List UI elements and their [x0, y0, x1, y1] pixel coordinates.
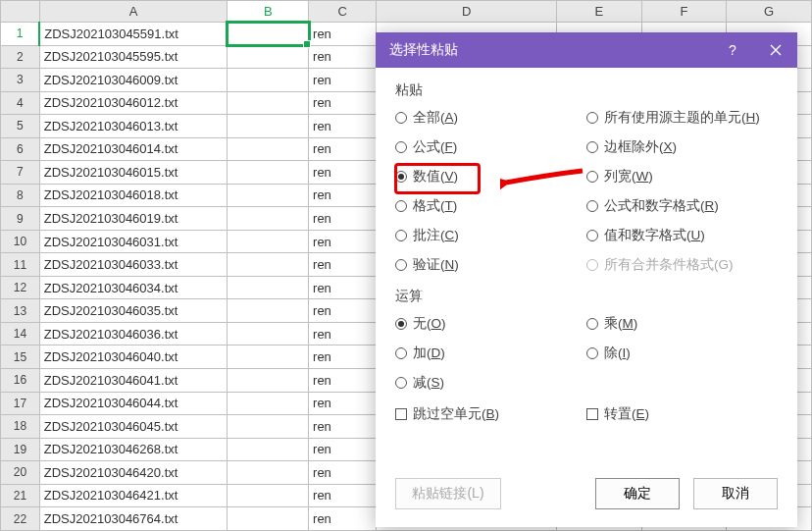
cell-C13[interactable]: ren — [309, 299, 377, 323]
cell-B16[interactable] — [228, 368, 309, 392]
row-header-6[interactable]: 6 — [1, 137, 40, 161]
radio-values-number[interactable]: 值和数字格式(U) — [586, 227, 778, 244]
cell-C18[interactable]: ren — [309, 415, 377, 439]
cell-B12[interactable] — [228, 276, 309, 299]
cell-A13[interactable]: ZDSJ202103046035.txt — [39, 299, 228, 323]
cell-C12[interactable]: ren — [309, 276, 377, 299]
cell-A10[interactable]: ZDSJ202103046031.txt — [39, 230, 228, 253]
row-header-1[interactable]: 1 — [1, 23, 40, 46]
help-button[interactable]: ? — [711, 32, 754, 68]
cell-A18[interactable]: ZDSJ202103046045.txt — [39, 415, 228, 439]
select-all-corner[interactable] — [1, 1, 40, 23]
cell-C20[interactable]: ren — [309, 461, 377, 485]
cell-A9[interactable]: ZDSJ202103046019.txt — [39, 207, 228, 231]
col-header-C[interactable]: C — [309, 1, 377, 23]
row-header-7[interactable]: 7 — [1, 161, 40, 185]
cell-B20[interactable] — [228, 461, 309, 485]
row-header-5[interactable]: 5 — [1, 115, 40, 138]
cell-A21[interactable]: ZDSJ202103046421.txt — [39, 484, 228, 507]
cell-A7[interactable]: ZDSJ202103046015.txt — [39, 161, 228, 185]
cell-A12[interactable]: ZDSJ202103046034.txt — [39, 276, 228, 299]
radio-formats[interactable]: 格式(T) — [395, 197, 586, 215]
col-header-B[interactable]: B — [228, 1, 309, 23]
radio-all[interactable]: 全部(A) — [395, 109, 586, 127]
cell-B14[interactable] — [228, 322, 309, 345]
cell-B7[interactable] — [228, 161, 309, 185]
cell-C3[interactable]: ren — [309, 69, 377, 92]
radio-formulas-number[interactable]: 公式和数字格式(R) — [586, 197, 778, 215]
cell-C16[interactable]: ren — [309, 368, 377, 392]
radio-comments[interactable]: 批注(C) — [395, 227, 586, 244]
col-header-A[interactable]: A — [39, 1, 228, 23]
cell-A4[interactable]: ZDSJ202103046012.txt — [39, 91, 228, 115]
cell-B21[interactable] — [228, 484, 309, 507]
col-header-G[interactable]: G — [727, 1, 812, 23]
row-header-11[interactable]: 11 — [1, 253, 40, 277]
cell-B9[interactable] — [228, 207, 309, 231]
cell-B22[interactable] — [228, 507, 309, 531]
row-header-20[interactable]: 20 — [1, 461, 40, 485]
row-header-16[interactable]: 16 — [1, 368, 40, 392]
cell-A19[interactable]: ZDSJ202103046268.txt — [39, 438, 228, 461]
cell-A20[interactable]: ZDSJ202103046420.txt — [39, 461, 228, 485]
cell-C15[interactable]: ren — [309, 345, 377, 369]
cell-C22[interactable]: ren — [309, 507, 377, 531]
cell-B1[interactable] — [228, 23, 309, 46]
cell-B17[interactable] — [228, 392, 309, 415]
row-header-18[interactable]: 18 — [1, 415, 40, 439]
row-header-13[interactable]: 13 — [1, 299, 40, 323]
row-header-15[interactable]: 15 — [1, 345, 40, 369]
row-header-10[interactable]: 10 — [1, 230, 40, 253]
radio-op-subtract[interactable]: 减(S) — [395, 374, 586, 392]
cell-C17[interactable]: ren — [309, 392, 377, 415]
row-header-9[interactable]: 9 — [1, 207, 40, 231]
cell-C7[interactable]: ren — [309, 161, 377, 185]
dialog-titlebar[interactable]: 选择性粘贴 ? — [376, 32, 797, 68]
row-header-22[interactable]: 22 — [1, 507, 40, 531]
cell-A8[interactable]: ZDSJ202103046018.txt — [39, 184, 228, 207]
cell-A17[interactable]: ZDSJ202103046044.txt — [39, 392, 228, 415]
cell-A11[interactable]: ZDSJ202103046033.txt — [39, 253, 228, 277]
cell-A2[interactable]: ZDSJ202103045595.txt — [39, 45, 228, 69]
col-header-D[interactable]: D — [377, 1, 557, 23]
radio-values[interactable]: 数值(V) — [395, 168, 586, 186]
radio-validation[interactable]: 验证(N) — [395, 256, 586, 274]
radio-source-theme[interactable]: 所有使用源主题的单元(H) — [586, 109, 778, 127]
cell-A6[interactable]: ZDSJ202103046014.txt — [39, 137, 228, 161]
cell-C14[interactable]: ren — [309, 322, 377, 345]
radio-op-divide[interactable]: 除(I) — [586, 345, 778, 362]
cell-C5[interactable]: ren — [309, 115, 377, 138]
cell-B6[interactable] — [228, 137, 309, 161]
radio-formulas[interactable]: 公式(F) — [395, 138, 586, 156]
row-header-4[interactable]: 4 — [1, 91, 40, 115]
cell-B18[interactable] — [228, 415, 309, 439]
row-header-19[interactable]: 19 — [1, 438, 40, 461]
cell-B5[interactable] — [228, 115, 309, 138]
cell-C10[interactable]: ren — [309, 230, 377, 253]
radio-op-multiply[interactable]: 乘(M) — [586, 315, 778, 333]
row-header-12[interactable]: 12 — [1, 276, 40, 299]
cell-A16[interactable]: ZDSJ202103046041.txt — [39, 368, 228, 392]
col-header-F[interactable]: F — [641, 1, 727, 23]
cell-C2[interactable]: ren — [309, 45, 377, 69]
cell-A14[interactable]: ZDSJ202103046036.txt — [39, 322, 228, 345]
cancel-button[interactable]: 取消 — [693, 478, 778, 509]
cell-C21[interactable]: ren — [309, 484, 377, 507]
cell-B2[interactable] — [228, 45, 309, 69]
cell-B10[interactable] — [228, 230, 309, 253]
row-header-2[interactable]: 2 — [1, 45, 40, 69]
row-header-21[interactable]: 21 — [1, 484, 40, 507]
close-button[interactable] — [754, 32, 797, 68]
ok-button[interactable]: 确定 — [595, 478, 680, 509]
cell-C19[interactable]: ren — [309, 438, 377, 461]
radio-except-borders[interactable]: 边框除外(X) — [586, 138, 778, 156]
cell-A1[interactable]: ZDSJ202103045591.txt — [39, 23, 228, 46]
radio-op-none[interactable]: 无(O) — [395, 315, 586, 333]
checkbox-skip-blanks[interactable]: 跳过空单元(B) — [395, 405, 586, 423]
cell-B11[interactable] — [228, 253, 309, 277]
cell-B4[interactable] — [228, 91, 309, 115]
radio-column-widths[interactable]: 列宽(W) — [586, 168, 778, 186]
cell-C9[interactable]: ren — [309, 207, 377, 231]
cell-B19[interactable] — [228, 438, 309, 461]
row-header-14[interactable]: 14 — [1, 322, 40, 345]
